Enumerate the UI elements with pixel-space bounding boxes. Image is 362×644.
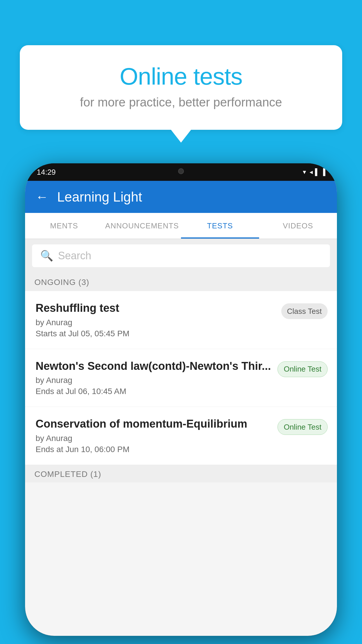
app-bar-title: Learning Light xyxy=(57,189,142,205)
test-info-1: Reshuffling test by Anurag Starts at Jul… xyxy=(36,302,281,338)
phone-screen: ← Learning Light MENTS ANNOUNCEMENTS TES… xyxy=(25,181,337,636)
back-button[interactable]: ← xyxy=(36,190,48,204)
phone-device: 14:29 ▾ ◂▐ ▐ ← Learning Light MENTS ANNO… xyxy=(25,163,337,636)
test-badge-1: Class Test xyxy=(281,303,328,319)
completed-section-header: COMPLETED (1) xyxy=(25,465,337,482)
search-container: 🔍 Search xyxy=(25,239,337,272)
test-time-2: Ends at Jul 06, 10:45 AM xyxy=(36,387,272,396)
tab-announcements[interactable]: ANNOUNCEMENTS xyxy=(103,213,181,239)
tab-videos[interactable]: VIDEOS xyxy=(259,213,337,239)
bubble-subtitle: for more practice, better performance xyxy=(43,95,319,109)
test-badge-2: Online Test xyxy=(277,361,328,377)
test-item-reshuffling[interactable]: Reshuffling test by Anurag Starts at Jul… xyxy=(25,291,337,349)
phone-notch xyxy=(155,163,207,179)
status-time: 14:29 xyxy=(37,168,56,177)
test-by-1: by Anurag xyxy=(36,318,275,327)
status-bar: 14:29 ▾ ◂▐ ▐ xyxy=(25,163,337,181)
test-info-2: Newton's Second law(contd)-Newton's Thir… xyxy=(36,360,277,396)
front-camera xyxy=(178,168,184,174)
tab-tests[interactable]: TESTS xyxy=(181,213,259,239)
ongoing-title: ONGOING (3) xyxy=(34,278,89,287)
tab-ments[interactable]: MENTS xyxy=(25,213,103,239)
battery-icon: ▐ xyxy=(321,168,325,176)
app-bar: ← Learning Light xyxy=(25,181,337,213)
completed-title: COMPLETED (1) xyxy=(34,470,101,479)
test-item-conservation[interactable]: Conservation of momentum-Equilibrium by … xyxy=(25,407,337,465)
status-icons: ▾ ◂▐ ▐ xyxy=(303,168,325,176)
wifi-icon: ▾ xyxy=(303,168,306,176)
search-bar[interactable]: 🔍 Search xyxy=(32,244,330,267)
test-by-3: by Anurag xyxy=(36,434,272,443)
test-info-3: Conservation of momentum-Equilibrium by … xyxy=(36,417,277,454)
test-time-3: Ends at Jun 10, 06:00 PM xyxy=(36,445,272,454)
ongoing-section-header: ONGOING (3) xyxy=(25,272,337,291)
test-name-1: Reshuffling test xyxy=(36,302,275,315)
test-by-2: by Anurag xyxy=(36,376,272,385)
test-item-newton[interactable]: Newton's Second law(contd)-Newton's Thir… xyxy=(25,349,337,407)
test-time-1: Starts at Jul 05, 05:45 PM xyxy=(36,329,275,338)
search-placeholder: Search xyxy=(58,250,91,262)
search-icon: 🔍 xyxy=(40,250,53,262)
speech-bubble: Online tests for more practice, better p… xyxy=(20,45,342,130)
tests-list: Reshuffling test by Anurag Starts at Jul… xyxy=(25,291,337,465)
test-name-2: Newton's Second law(contd)-Newton's Thir… xyxy=(36,360,272,373)
test-name-3: Conservation of momentum-Equilibrium xyxy=(36,417,272,431)
signal-icon: ◂▐ xyxy=(310,168,317,176)
test-badge-3: Online Test xyxy=(277,419,328,435)
tabs-bar: MENTS ANNOUNCEMENTS TESTS VIDEOS xyxy=(25,213,337,239)
bubble-title: Online tests xyxy=(43,63,319,90)
